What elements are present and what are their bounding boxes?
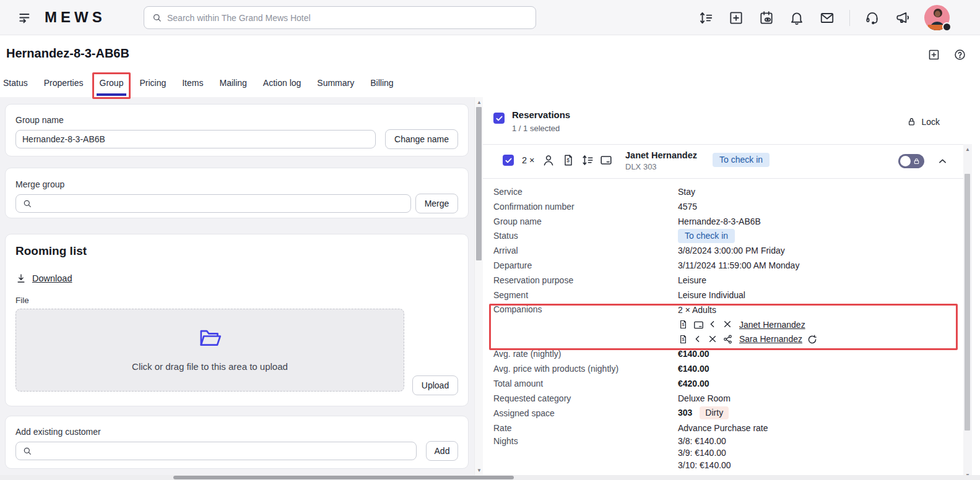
reservation-checkbox[interactable] bbox=[503, 155, 514, 166]
tab-items[interactable]: Items bbox=[182, 77, 203, 89]
user-avatar[interactable] bbox=[924, 5, 950, 30]
messages-envelope-icon[interactable] bbox=[819, 10, 835, 26]
tab-group[interactable]: Group bbox=[100, 77, 124, 89]
help-icon[interactable] bbox=[953, 48, 966, 61]
add-window-icon[interactable] bbox=[927, 48, 940, 61]
add-button[interactable]: Add bbox=[426, 441, 458, 461]
scrollbar-thumb[interactable] bbox=[476, 107, 482, 260]
download-label: Download bbox=[32, 273, 72, 283]
download-link[interactable]: Download bbox=[15, 273, 72, 284]
group-name-label: Group name bbox=[15, 115, 64, 125]
lock-icon bbox=[906, 116, 917, 127]
person-icon[interactable] bbox=[542, 153, 555, 167]
global-search[interactable] bbox=[144, 6, 536, 29]
payment-card-icon[interactable] bbox=[599, 153, 613, 167]
divider bbox=[483, 178, 963, 179]
left-panel-scrollbar[interactable]: ▲ ▼ bbox=[474, 97, 483, 475]
lock-button[interactable]: Lock bbox=[906, 116, 940, 127]
merge-group-label: Merge group bbox=[15, 179, 64, 189]
tab-status[interactable]: Status bbox=[3, 77, 28, 89]
add-customer-card: Add existing customer Add bbox=[5, 416, 469, 469]
search-icon bbox=[152, 12, 162, 23]
scrollbar-thumb[interactable] bbox=[173, 476, 514, 479]
svg-text:$: $ bbox=[566, 157, 570, 163]
status-badge: To check in bbox=[678, 229, 735, 243]
group-name-card: Group name Change name bbox=[5, 104, 469, 156]
scroll-up-arrow[interactable]: ▲ bbox=[475, 98, 483, 106]
night-price: 3/10: €140.00 bbox=[678, 460, 731, 472]
file-dropzone[interactable]: Click or drag file to this area to uploa… bbox=[15, 309, 404, 392]
merge-group-card: Merge group Merge bbox=[5, 168, 469, 218]
add-customer-label: Add existing customer bbox=[15, 427, 101, 437]
detail-row-requested-category: Requested category Deluxe Room bbox=[493, 391, 956, 406]
search-input[interactable] bbox=[167, 13, 536, 23]
reservations-panel: Reservations 1 / 1 selected Lock 2 × $ J… bbox=[483, 97, 963, 475]
change-name-button[interactable]: Change name bbox=[385, 129, 458, 149]
mews-logo: MEWS bbox=[45, 9, 106, 26]
lock-toggle[interactable] bbox=[898, 154, 924, 168]
scrollbar-thumb[interactable] bbox=[965, 174, 970, 431]
group-name-field[interactable] bbox=[15, 130, 376, 148]
lock-icon bbox=[913, 157, 921, 165]
sort-list-icon[interactable] bbox=[698, 10, 714, 26]
merge-button[interactable]: Merge bbox=[415, 194, 458, 213]
tab-mailing[interactable]: Mailing bbox=[219, 77, 246, 89]
tab-summary[interactable]: Summary bbox=[317, 77, 354, 89]
rooming-list-title: Rooming list bbox=[15, 244, 87, 258]
guest-count: 2 × bbox=[522, 155, 535, 165]
dirty-badge: Dirty bbox=[700, 406, 729, 419]
detail-row-nights: Nights 3/8: €140.00 3/9: €140.00 3/10: €… bbox=[493, 435, 956, 472]
detail-row-service: Service Stay bbox=[493, 184, 956, 199]
reservations-selected-count: 1 / 1 selected bbox=[512, 124, 560, 133]
search-icon bbox=[22, 199, 32, 208]
avatar-badge bbox=[942, 22, 952, 32]
scroll-down-arrow[interactable]: ▼ bbox=[475, 466, 483, 474]
folder-icon bbox=[197, 325, 222, 350]
topbar-divider bbox=[849, 10, 850, 26]
group-name-input[interactable] bbox=[16, 131, 375, 148]
dropzone-text: Click or drag file to this area to uploa… bbox=[16, 361, 404, 372]
lock-label: Lock bbox=[921, 117, 940, 127]
add-icon[interactable] bbox=[728, 10, 744, 26]
detail-row-group-name: Group name Hernandez-8-3-AB6B bbox=[493, 214, 956, 229]
collapse-chevron-icon[interactable] bbox=[937, 156, 948, 166]
reservations-scrollbar[interactable]: ▲ ▼ bbox=[963, 144, 972, 480]
add-customer-field[interactable] bbox=[15, 442, 417, 460]
topbar: MEWS bbox=[0, 0, 980, 35]
detail-row-total: Total amount €420.00 bbox=[493, 376, 956, 391]
merge-group-input[interactable] bbox=[32, 195, 410, 212]
space-number: 303 bbox=[678, 408, 692, 418]
search-icon bbox=[22, 446, 32, 456]
sort-icon[interactable] bbox=[581, 153, 594, 167]
sidebar-toggle-icon[interactable] bbox=[17, 10, 33, 26]
detail-row-arrival: Arrival 3/8/2024 3:00:00 PM Friday bbox=[493, 243, 956, 258]
file-label: File bbox=[15, 296, 29, 305]
detail-row-assigned-space: Assigned space 303Dirty bbox=[493, 406, 956, 421]
reservations-select-all-checkbox[interactable] bbox=[493, 113, 505, 124]
detail-row-purpose: Reservation purpose Leisure bbox=[493, 273, 956, 288]
detail-row-confirmation: Confirmation number 4575 bbox=[493, 199, 956, 214]
tab-action-log[interactable]: Action log bbox=[263, 77, 301, 89]
tab-billing[interactable]: Billing bbox=[370, 77, 393, 89]
calendar-eye-icon[interactable] bbox=[758, 10, 774, 26]
download-icon bbox=[15, 273, 27, 284]
check-icon bbox=[495, 114, 503, 122]
guest-name[interactable]: Janet Hernandez bbox=[625, 150, 697, 160]
merge-group-field[interactable] bbox=[15, 194, 411, 213]
upload-button[interactable]: Upload bbox=[412, 375, 458, 395]
announcements-megaphone-icon[interactable] bbox=[895, 10, 911, 26]
notifications-bell-icon[interactable] bbox=[789, 10, 805, 26]
support-headset-icon[interactable] bbox=[864, 10, 880, 26]
horizontal-scrollbar[interactable] bbox=[0, 475, 980, 480]
annotation-box-group-tab bbox=[92, 72, 131, 99]
detail-row-rate: Rate Advance Purchase rate bbox=[493, 421, 956, 435]
tab-properties[interactable]: Properties bbox=[44, 77, 84, 89]
night-price: 3/8: €140.00 bbox=[678, 435, 731, 448]
divider bbox=[483, 144, 963, 145]
tab-pricing[interactable]: Pricing bbox=[139, 77, 166, 89]
toggle-knob bbox=[900, 156, 911, 166]
add-customer-input[interactable] bbox=[32, 442, 416, 460]
detail-row-segment: Segment Leisure Individual bbox=[493, 288, 956, 302]
scroll-up-arrow[interactable]: ▲ bbox=[963, 145, 972, 153]
billing-icon[interactable]: $ bbox=[562, 153, 575, 167]
